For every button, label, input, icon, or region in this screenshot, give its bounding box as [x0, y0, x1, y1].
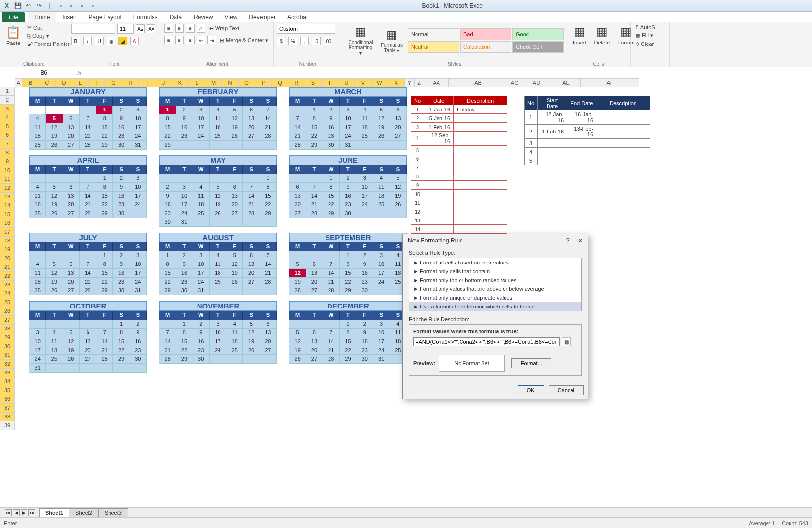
align-center-button[interactable]: ≡ — [175, 36, 184, 44]
style-good[interactable]: Good — [512, 28, 564, 40]
row-19[interactable]: 19 — [0, 245, 15, 254]
redo-icon[interactable]: ↷ — [35, 2, 43, 10]
row-31[interactable]: 31 — [0, 351, 15, 360]
col-T[interactable]: T — [322, 78, 338, 87]
row-20[interactable]: 20 — [0, 254, 15, 263]
row-35[interactable]: 35 — [0, 386, 15, 395]
row-34[interactable]: 34 — [0, 377, 15, 386]
col-D[interactable]: D — [56, 78, 72, 87]
cut-button[interactable]: ✂ Cut — [25, 24, 72, 31]
tab-page-layout[interactable]: Page Layout — [83, 12, 127, 22]
row-headers[interactable]: 1234567891011121314151617181920212223242… — [0, 87, 15, 430]
insert-cells-button[interactable]: ▦Insert — [570, 24, 590, 46]
row-1[interactable]: 1 — [0, 87, 15, 96]
row-28[interactable]: 28 — [0, 325, 15, 333]
col-AE[interactable]: AE — [551, 78, 581, 87]
row-17[interactable]: 17 — [0, 228, 15, 237]
style-check-cell[interactable]: Check Cell — [512, 41, 564, 53]
row-18[interactable]: 18 — [0, 237, 15, 245]
col-K[interactable]: K — [172, 78, 189, 87]
tab-acrobat[interactable]: Acrobat — [282, 12, 313, 22]
style-neutral[interactable]: Neutral — [408, 41, 459, 53]
clear-button[interactable]: ◇ Clear — [634, 40, 666, 47]
dialog-help-button[interactable]: ? — [566, 237, 570, 244]
undo-icon[interactable]: ↶ — [24, 2, 32, 10]
rule-type-option[interactable]: ► Format only cells that contain — [409, 267, 581, 276]
col-AD[interactable]: AD — [522, 78, 551, 87]
col-AF[interactable]: AF — [581, 78, 639, 87]
row-14[interactable]: 14 — [0, 201, 15, 210]
cancel-button[interactable]: Cancel — [549, 385, 584, 395]
format-button[interactable]: Format... — [511, 358, 551, 368]
row-33[interactable]: 33 — [0, 369, 15, 377]
row-32[interactable]: 32 — [0, 360, 15, 369]
bold-button[interactable]: B — [71, 37, 80, 45]
row-10[interactable]: 10 — [0, 166, 15, 175]
col-I[interactable]: I — [139, 78, 155, 87]
dialog-close-button[interactable]: ✕ — [578, 237, 583, 244]
col-AC[interactable]: AC — [507, 78, 522, 87]
col-B[interactable]: B — [22, 78, 39, 87]
col-P[interactable]: P — [255, 78, 272, 87]
col-M[interactable]: M — [205, 78, 222, 87]
col-F[interactable]: F — [89, 78, 106, 87]
row-29[interactable]: 29 — [0, 333, 15, 342]
currency-button[interactable]: $ — [277, 37, 285, 45]
wrap-text-button[interactable]: ↩ Wrap Text — [207, 25, 241, 32]
row-12[interactable]: 12 — [0, 184, 15, 193]
row-25[interactable]: 25 — [0, 298, 15, 307]
row-27[interactable]: 27 — [0, 316, 15, 325]
row-5[interactable]: 5 — [0, 122, 15, 131]
style-calculation[interactable]: Calculation — [460, 41, 511, 53]
font-size-select[interactable] — [117, 24, 134, 34]
paste-button[interactable]: 📋Paste — [3, 24, 23, 47]
copy-button[interactable]: ⎘ Copy ▾ — [25, 32, 72, 40]
row-13[interactable]: 13 — [0, 193, 15, 201]
orientation-button[interactable]: ⤢ — [197, 24, 205, 33]
sheet-tab-1[interactable]: Sheet1 — [39, 508, 69, 517]
conditional-formatting-button[interactable]: ▦Conditional Formatting ▾ — [345, 24, 376, 57]
shrink-font-button[interactable]: A▾ — [147, 24, 155, 33]
row-22[interactable]: 22 — [0, 272, 15, 281]
row-21[interactable]: 21 — [0, 263, 15, 272]
row-38[interactable]: 38 — [0, 413, 15, 421]
autosum-button[interactable]: Σ AutoS — [634, 24, 666, 31]
row-23[interactable]: 23 — [0, 281, 15, 289]
row-6[interactable]: 6 — [0, 131, 15, 140]
col-S[interactable]: S — [305, 78, 322, 87]
column-headers[interactable]: ABCDEFGHIJKLMNOPQRSTUVWXYZAAABACADAEAF — [15, 78, 812, 87]
sheet-tab-3[interactable]: Sheet3 — [98, 508, 128, 517]
col-V[interactable]: V — [355, 78, 372, 87]
col-U[interactable]: U — [338, 78, 355, 87]
col-E[interactable]: E — [72, 78, 89, 87]
sheet-nav-prev[interactable]: ◀ — [13, 509, 20, 516]
style-bad[interactable]: Bad — [460, 28, 511, 40]
tab-file[interactable]: File — [2, 12, 25, 22]
indent-inc-button[interactable]: ⇥ — [207, 36, 216, 44]
align-right-button[interactable]: ≡ — [186, 36, 195, 44]
rule-type-list[interactable]: ► Format all cells based on their values… — [409, 258, 582, 311]
row-4[interactable]: 4 — [0, 113, 15, 122]
rule-type-option[interactable]: ► Use a formula to determine which cells… — [409, 302, 581, 311]
col-W[interactable]: W — [372, 78, 388, 87]
cell-styles-gallery[interactable]: Normal Bad Good Neutral Calculation Chec… — [408, 28, 564, 53]
col-N[interactable]: N — [222, 78, 239, 87]
format-painter-button[interactable]: 🖌 Format Painter — [25, 41, 72, 47]
row-9[interactable]: 9 — [0, 157, 15, 166]
percent-button[interactable]: % — [288, 37, 297, 45]
align-left-button[interactable]: ≡ — [164, 36, 173, 44]
name-box[interactable]: B6 — [15, 69, 73, 76]
style-normal[interactable]: Normal — [408, 28, 459, 40]
delete-cells-button[interactable]: ▦Delete — [592, 24, 613, 46]
tab-home[interactable]: Home — [28, 12, 56, 22]
indent-dec-button[interactable]: ⇤ — [197, 36, 205, 44]
inc-decimal-button[interactable]: .0 — [312, 37, 321, 45]
col-L[interactable]: L — [189, 78, 205, 87]
sheet-nav-last[interactable]: ⏭ — [28, 509, 35, 516]
tab-formulas[interactable]: Formulas — [128, 12, 164, 22]
row-26[interactable]: 26 — [0, 307, 15, 316]
row-8[interactable]: 8 — [0, 149, 15, 157]
font-color-button[interactable]: A — [130, 37, 139, 45]
preview-icon[interactable]: ▫ — [89, 2, 97, 10]
col-Y[interactable]: Y — [405, 78, 415, 87]
